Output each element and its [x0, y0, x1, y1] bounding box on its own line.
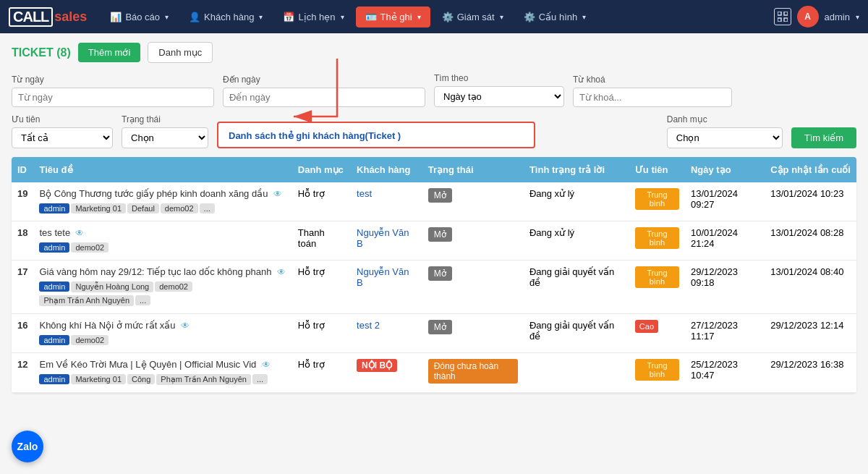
status-badge: Mở [428, 320, 452, 334]
cell-id: 18 [12, 221, 33, 261]
title-text: tes tete 👁 [39, 227, 286, 238]
khachhang-icon: 👤 [189, 12, 200, 22]
expand-icon[interactable] [774, 8, 791, 25]
cell-priority: Trung bình [629, 182, 685, 221]
from-date-label: Từ ngày [12, 75, 214, 85]
eye-icon[interactable]: 👁 [275, 267, 286, 277]
cell-customer[interactable]: Nguyễn Văn B [351, 221, 422, 261]
category-filter-label: Danh mục [667, 114, 783, 124]
title-text: Giá vàng hôm nay 29/12: Tiếp tục lao dốc… [39, 266, 286, 277]
cell-created: 13/01/2024 09:27 [685, 182, 765, 221]
svg-rect-3 [784, 18, 788, 22]
table-row[interactable]: 17Giá vàng hôm nay 29/12: Tiếp tục lao d… [12, 261, 856, 314]
category-filter-select[interactable]: Chọn Hỗ trợ Thanh toán [667, 127, 783, 148]
table-row[interactable]: 18tes tete 👁admindemo02Thanh toánNguyễn … [12, 221, 856, 261]
table-row[interactable]: 19Bộ Công Thương tước giấy phép kinh doa… [12, 182, 856, 221]
col-status: Trạng thái [422, 157, 524, 182]
from-date-group: Từ ngày [12, 75, 214, 107]
table-header-row: ID Tiêu đề Danh mục Khách hàng Trạng thá… [12, 157, 856, 182]
cell-category: Hỗ trợ [292, 314, 351, 353]
cell-customer[interactable]: test [351, 182, 422, 221]
cell-customer[interactable]: test 2 [351, 314, 422, 353]
to-date-input[interactable] [223, 88, 425, 107]
cell-id: 17 [12, 261, 33, 314]
table-row[interactable]: 12Em Về Kéo Trời Mưa | Lệ Quyên | Offici… [12, 353, 856, 393]
tags-row: adminNguyễn Hoàng Longdemo02Phạm Trần An… [39, 280, 286, 308]
status-group: Trạng thái Chọn Mở Đóng [122, 114, 208, 148]
status-select[interactable]: Chọn Mở Đóng [122, 127, 208, 148]
lichhien-icon: 📅 [283, 12, 294, 22]
ticket-title: TICKET (8) [12, 46, 71, 59]
tag: Phạm Trần Anh Nguyên [39, 295, 134, 306]
admin-caret: ▾ [856, 13, 859, 21]
svg-rect-2 [778, 18, 781, 22]
tag: demo02 [71, 242, 109, 253]
caret-icon: ▾ [341, 13, 344, 21]
caret-icon: ▾ [582, 13, 586, 21]
priority-select[interactable]: Tất cả Cao Trung bình Thấp [12, 127, 113, 148]
priority-badge: Trung bình [635, 227, 679, 249]
tag: admin [39, 282, 69, 292]
annotation-box: Danh sách thẻ ghi khách hàng(Ticket ) [217, 122, 535, 148]
tag: ... [252, 374, 268, 384]
col-updated: Cập nhật lần cuối [765, 157, 856, 182]
logo-call: CALL [9, 7, 53, 27]
cell-reply: Đang giải quyết vấn đề [524, 261, 629, 314]
tag: Marketing 01 [71, 203, 126, 213]
filter-area: Từ ngày Đến ngày Tìm theo Ngày tạo Ngày … [12, 73, 856, 148]
col-category: Danh mục [292, 157, 351, 182]
cell-category: Hỗ trợ [292, 353, 351, 393]
nav-item-baocao[interactable]: 📊 Báo cáo ▾ [101, 7, 177, 27]
cell-id: 16 [12, 314, 33, 353]
nav-item-theghi[interactable]: 🪪 Thẻ ghi ▾ [356, 7, 430, 27]
cell-category: Thanh toán [292, 221, 351, 261]
eye-icon[interactable]: 👁 [259, 360, 270, 370]
customer-link[interactable]: test 2 [357, 320, 380, 331]
nav-right: A admin ▾ [774, 6, 859, 27]
noi-bo-badge: NỘI BỘ [357, 359, 397, 372]
status-badge: Mở [428, 188, 452, 203]
caret-icon: ▾ [259, 13, 263, 21]
nav-item-khachhang[interactable]: 👤 Khách hàng ▾ [180, 7, 271, 27]
eye-icon[interactable]: 👁 [73, 228, 84, 238]
nav-item-lichhien[interactable]: 📅 Lịch hẹn ▾ [274, 7, 352, 27]
status-badge: Đóng chưa hoàn thành [428, 359, 518, 384]
admin-label: admin [825, 12, 850, 22]
cell-customer[interactable]: NỘI BỘ [351, 353, 422, 393]
search-button[interactable]: Tìm kiếm [791, 127, 856, 148]
priority-badge: Trung bình [635, 266, 679, 288]
cell-created: 27/12/2023 11:17 [685, 314, 765, 353]
caret-icon: ▾ [165, 13, 169, 21]
customer-link[interactable]: test [357, 188, 372, 199]
cell-created: 29/12/2023 09:18 [685, 261, 765, 314]
customer-link[interactable]: Nguyễn Văn B [357, 266, 409, 288]
logo: CALL sales [9, 7, 87, 27]
cauhinh-icon: ⚙️ [524, 12, 535, 22]
eye-icon[interactable]: 👁 [179, 321, 190, 331]
cell-status: Đóng chưa hoàn thành [422, 353, 524, 393]
cell-updated: 13/01/2024 08:40 [765, 261, 856, 314]
cell-customer[interactable]: Nguyễn Văn B [351, 261, 422, 314]
cell-updated: 13/01/2024 08:28 [765, 221, 856, 261]
tickets-table: ID Tiêu đề Danh mục Khách hàng Trạng thá… [12, 157, 856, 393]
cell-category: Hỗ trợ [292, 261, 351, 314]
search-by-select[interactable]: Ngày tạo Ngày cập nhật [434, 86, 564, 107]
cell-reply [524, 353, 629, 393]
keyword-input[interactable] [573, 88, 732, 107]
tag: admin [39, 203, 69, 213]
cell-updated: 13/01/2024 10:23 [765, 182, 856, 221]
filter-row-2: Ưu tiên Tất cả Cao Trung bình Thấp Trạng… [12, 114, 856, 148]
table-row[interactable]: 16Không khí Hà Nội ở mức rất xấu 👁admind… [12, 314, 856, 353]
title-text: Bộ Công Thương tước giấy phép kinh doanh… [39, 188, 286, 199]
from-date-input[interactable] [12, 88, 214, 107]
add-new-button[interactable]: Thêm mới [78, 43, 141, 62]
customer-link[interactable]: Nguyễn Văn B [357, 227, 409, 249]
nav-item-cauhinh[interactable]: ⚙️ Cấu hình ▾ [515, 7, 595, 27]
eye-icon[interactable]: 👁 [271, 189, 281, 199]
avatar: A [797, 6, 819, 27]
category-button[interactable]: Danh mục [148, 42, 213, 63]
nav-item-giamsat[interactable]: ⚙️ Giám sát ▾ [433, 7, 512, 27]
svg-rect-1 [784, 12, 788, 15]
cell-title: Giá vàng hôm nay 29/12: Tiếp tục lao dốc… [33, 261, 292, 314]
title-text: Không khí Hà Nội ở mức rất xấu 👁 [39, 320, 286, 331]
